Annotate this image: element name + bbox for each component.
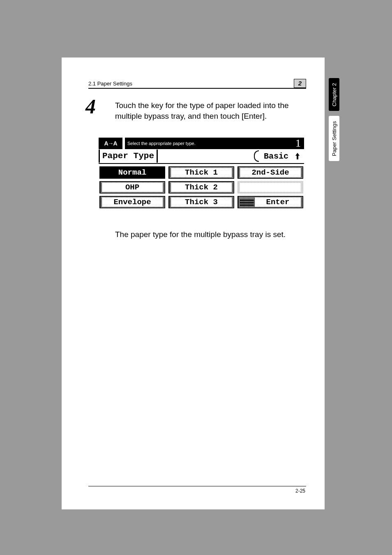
lcd-button-grid: Normal Thick 1 2nd-Side OHP Thick 2 Enve… bbox=[99, 164, 304, 208]
paper-type-thick2-button[interactable]: Thick 2 bbox=[168, 181, 234, 193]
mode-tab[interactable]: Basic bbox=[254, 150, 302, 162]
copy-mode-icon: A→A bbox=[99, 138, 122, 149]
header-section: 2.1 Paper Settings bbox=[88, 81, 132, 87]
step-instruction: Touch the key for the type of paper load… bbox=[115, 100, 306, 121]
lcd-instruction-bar: Select the appropriate paper type. 1 bbox=[125, 138, 304, 149]
page-number: 2-25 bbox=[295, 488, 305, 494]
mode-label: Basic bbox=[260, 152, 293, 161]
paper-type-thick3-button[interactable]: Thick 3 bbox=[168, 196, 234, 208]
lcd-topbar: A→A Select the appropriate paper type. 1 bbox=[99, 138, 304, 149]
chapter-badge: 2 bbox=[294, 79, 306, 88]
empty-slot bbox=[238, 181, 303, 193]
side-tab-section: Paper Settings bbox=[329, 116, 339, 161]
lcd-panel: A→A Select the appropriate paper type. 1… bbox=[99, 138, 304, 212]
enter-button[interactable]: Enter bbox=[238, 196, 303, 208]
paper-type-ohp-button[interactable]: OHP bbox=[99, 181, 165, 193]
paper-type-thick1-button[interactable]: Thick 1 bbox=[168, 166, 234, 179]
step-result: The paper type for the multiple bypass t… bbox=[115, 229, 306, 240]
scroll-up-icon[interactable] bbox=[293, 150, 302, 162]
lcd-instruction-text: Select the appropriate paper type. bbox=[127, 141, 196, 146]
paper-type-2nd-side-button[interactable]: 2nd-Side bbox=[238, 166, 303, 179]
lcd-screen-title: Paper Type bbox=[99, 150, 158, 163]
paper-type-normal-button[interactable]: Normal bbox=[99, 166, 165, 179]
tab-left-paren-icon bbox=[254, 150, 259, 162]
side-tab-chapter: Chapter 2 bbox=[329, 78, 339, 111]
lcd-copy-count: 1 bbox=[295, 137, 301, 150]
copy-mode-glyph: A→A bbox=[104, 140, 117, 147]
footer-rule bbox=[88, 486, 306, 486]
header-rule bbox=[88, 88, 306, 89]
step-number: 4 bbox=[85, 94, 96, 118]
lcd-title-row: Paper Type Basic bbox=[99, 149, 304, 164]
paper-type-envelope-button[interactable]: Envelope bbox=[99, 196, 165, 208]
manual-page: 2.1 Paper Settings 2 4 Touch the key for… bbox=[62, 58, 325, 509]
